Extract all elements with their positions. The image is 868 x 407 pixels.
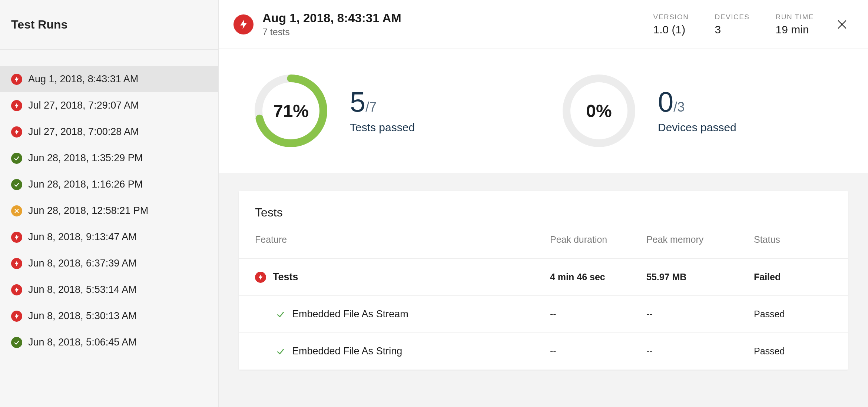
test-run-item[interactable]: Jun 28, 2018, 1:35:29 PM	[0, 145, 218, 171]
bolt-icon	[11, 258, 22, 269]
check-icon	[11, 179, 22, 190]
content-area: Tests Feature Peak duration Peak memory …	[219, 173, 868, 407]
test-run-label: Jun 28, 2018, 12:58:21 PM	[28, 205, 148, 216]
devices-passed-percent: 0%	[560, 72, 638, 150]
devices-passed-text: 0 /3 Devices passed	[658, 88, 736, 134]
devices-passed-numerator: 0	[658, 88, 673, 116]
bolt-icon	[255, 272, 266, 283]
check-icon	[276, 347, 285, 356]
tests-row[interactable]: Embedded File As String----Passed	[239, 333, 848, 370]
cell-feature: Tests	[255, 271, 550, 283]
devices-passed-card: 0% 0 /3 Devices passed	[560, 72, 835, 150]
cell-feature: Embedded File As String	[255, 345, 550, 357]
test-run-item[interactable]: Jul 27, 2018, 7:00:28 AM	[0, 119, 218, 145]
test-run-item[interactable]: Jun 8, 2018, 5:30:13 AM	[0, 303, 218, 329]
test-run-label: Jun 8, 2018, 5:30:13 AM	[28, 310, 137, 322]
test-run-label: Jun 28, 2018, 1:16:26 PM	[28, 179, 143, 190]
bolt-icon	[11, 126, 22, 138]
test-run-item[interactable]: Jun 8, 2018, 5:06:45 AM	[0, 329, 218, 355]
col-peak-duration: Peak duration	[550, 234, 646, 245]
run-title: Aug 1, 2018, 8:43:31 AM	[262, 11, 401, 25]
metric-version-value: 1.0 (1)	[653, 23, 689, 36]
test-run-label: Jul 27, 2018, 7:29:07 AM	[28, 100, 139, 111]
cell-peak-duration: --	[550, 309, 646, 320]
bolt-icon	[11, 74, 22, 85]
test-run-label: Jun 8, 2018, 5:53:14 AM	[28, 284, 137, 295]
main: Aug 1, 2018, 8:43:31 AM 7 tests VERSION …	[219, 0, 868, 407]
metric-devices-value: 3	[715, 23, 750, 36]
cell-peak-memory: 55.97 MB	[646, 272, 754, 282]
tests-table: Feature Peak duration Peak memory Status…	[239, 234, 848, 370]
devices-passed-label: Devices passed	[658, 121, 736, 134]
test-run-item[interactable]: Jun 8, 2018, 5:53:14 AM	[0, 277, 218, 303]
sidebar: Test Runs Aug 1, 2018, 8:43:31 AMJul 27,…	[0, 0, 219, 407]
test-run-item[interactable]: Aug 1, 2018, 8:43:31 AM	[0, 66, 218, 92]
feature-name: Embedded File As String	[292, 345, 402, 357]
col-status: Status	[754, 234, 832, 245]
metric-version: VERSION 1.0 (1)	[653, 13, 689, 36]
bolt-icon	[11, 232, 22, 243]
feature-name: Embedded File As Stream	[292, 308, 408, 320]
test-run-item[interactable]: Jun 28, 2018, 12:58:21 PM	[0, 198, 218, 224]
test-run-item[interactable]: Jul 27, 2018, 7:29:07 AM	[0, 92, 218, 119]
bolt-icon	[11, 284, 22, 295]
tests-table-header: Feature Peak duration Peak memory Status	[239, 234, 848, 259]
cell-status: Passed	[754, 309, 832, 320]
run-status-icon	[233, 14, 254, 34]
run-list: Aug 1, 2018, 8:43:31 AMJul 27, 2018, 7:2…	[0, 50, 218, 407]
check-icon	[11, 337, 22, 348]
cell-feature: Embedded File As Stream	[255, 308, 550, 320]
test-run-item[interactable]: Jun 8, 2018, 6:37:39 AM	[0, 250, 218, 277]
cell-status: Passed	[754, 346, 832, 357]
devices-passed-denominator: /3	[673, 100, 685, 114]
tests-passed-card: 71% 5 /7 Tests passed	[252, 72, 527, 150]
cell-status: Failed	[754, 272, 832, 282]
tests-card: Tests Feature Peak duration Peak memory …	[239, 191, 848, 370]
check-icon	[276, 310, 285, 319]
metric-runtime-label: RUN TIME	[776, 13, 814, 21]
metric-runtime-value: 19 min	[776, 23, 814, 36]
tests-passed-numerator: 5	[350, 88, 365, 116]
col-feature: Feature	[255, 234, 550, 245]
cell-peak-duration: 4 min 46 sec	[550, 272, 646, 282]
title-block: Aug 1, 2018, 8:43:31 AM 7 tests	[262, 11, 401, 37]
test-run-label: Jun 8, 2018, 6:37:39 AM	[28, 258, 137, 269]
test-run-item[interactable]: Jun 28, 2018, 1:16:26 PM	[0, 171, 218, 198]
metric-version-label: VERSION	[653, 13, 689, 21]
bolt-icon	[11, 311, 22, 322]
tests-passed-label: Tests passed	[350, 121, 415, 134]
cell-peak-memory: --	[646, 346, 754, 357]
tests-passed-donut: 71%	[252, 72, 330, 150]
test-run-label: Jul 27, 2018, 7:00:28 AM	[28, 126, 139, 138]
test-run-label: Aug 1, 2018, 8:43:31 AM	[28, 73, 138, 85]
bolt-icon	[11, 100, 22, 111]
header-metrics: VERSION 1.0 (1) DEVICES 3 RUN TIME 19 mi…	[653, 13, 814, 36]
tests-row[interactable]: Embedded File As Stream----Passed	[239, 296, 848, 333]
metric-devices: DEVICES 3	[715, 13, 750, 36]
test-run-item[interactable]: Jun 8, 2018, 9:13:47 AM	[0, 224, 218, 250]
metric-devices-label: DEVICES	[715, 13, 750, 21]
run-subtitle: 7 tests	[262, 27, 401, 37]
close-icon	[836, 19, 848, 30]
sidebar-title: Test Runs	[0, 0, 218, 50]
test-run-label: Jun 28, 2018, 1:35:29 PM	[28, 152, 143, 164]
cell-peak-duration: --	[550, 346, 646, 357]
tests-passed-percent: 71%	[252, 72, 330, 150]
devices-passed-donut: 0%	[560, 72, 638, 150]
tests-card-title: Tests	[239, 191, 848, 234]
metric-runtime: RUN TIME 19 min	[776, 13, 814, 36]
x-icon	[11, 205, 22, 216]
col-peak-memory: Peak memory	[646, 234, 754, 245]
check-icon	[11, 153, 22, 164]
test-run-label: Jun 8, 2018, 9:13:47 AM	[28, 231, 137, 243]
main-header: Aug 1, 2018, 8:43:31 AM 7 tests VERSION …	[219, 0, 868, 49]
feature-name: Tests	[273, 271, 298, 283]
cell-peak-memory: --	[646, 309, 754, 320]
tests-passed-denominator: /7	[365, 100, 377, 114]
close-button[interactable]	[834, 16, 850, 33]
test-run-label: Jun 8, 2018, 5:06:45 AM	[28, 337, 137, 348]
tests-row[interactable]: Tests4 min 46 sec55.97 MBFailed	[239, 259, 848, 296]
summary-row: 71% 5 /7 Tests passed 0% 0	[219, 49, 868, 173]
tests-passed-text: 5 /7 Tests passed	[350, 88, 415, 134]
